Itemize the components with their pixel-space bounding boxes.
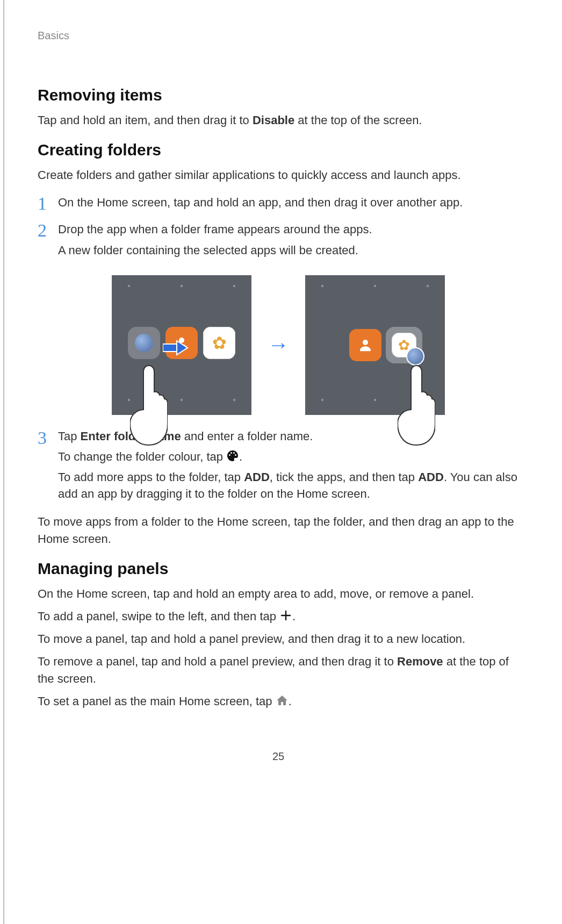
managing-p3: To move a panel, tap and hold a panel pr… xyxy=(38,631,519,648)
text: at the top of the screen. xyxy=(294,113,422,127)
contacts-icon xyxy=(349,329,381,361)
text: . xyxy=(292,610,296,623)
step-2-line1: Drop the app when a folder frame appears… xyxy=(58,223,372,236)
figure-before: ✿ xyxy=(112,275,251,415)
heading-creating-folders: Creating folders xyxy=(38,141,519,159)
figure-row: ✿ → ✿ xyxy=(38,275,519,415)
text: . xyxy=(239,450,242,463)
svg-marker-2 xyxy=(177,341,188,355)
running-header: Basics xyxy=(38,0,519,74)
text: Tap and hold an item, and then drag it t… xyxy=(38,113,253,127)
page-number: 25 xyxy=(38,750,519,763)
step-number: 1 xyxy=(38,194,49,213)
heading-managing-panels: Managing panels xyxy=(38,560,519,578)
folder-frame: ✿ xyxy=(386,327,422,363)
step-number: 2 xyxy=(38,220,49,240)
text: To remove a panel, tap and hold a panel … xyxy=(38,655,397,668)
text: To add more apps to the folder, tap xyxy=(58,470,244,484)
step-list-cont: 3 Tap Enter folder name and enter a fold… xyxy=(38,428,519,506)
text: Tap xyxy=(58,429,81,443)
svg-rect-1 xyxy=(163,344,177,352)
managing-p1: On the Home screen, tap and hold an empt… xyxy=(38,585,519,603)
move-apps-text: To move apps from a folder to the Home s… xyxy=(38,513,519,548)
app-icon-dragging xyxy=(128,327,160,359)
disable-bold: Disable xyxy=(253,113,294,127)
add-bold: ADD xyxy=(418,470,444,484)
plus-icon xyxy=(279,609,292,622)
home-icon xyxy=(276,694,289,707)
star-icon: ✿ xyxy=(203,327,235,359)
app-icon-dragging xyxy=(406,347,424,366)
add-bold: ADD xyxy=(244,470,270,484)
text: and enter a folder name. xyxy=(181,429,313,443)
step-1-text: On the Home screen, tap and hold an app,… xyxy=(58,196,463,209)
enter-folder-name-bold: Enter folder name xyxy=(81,429,181,443)
managing-p2: To add a panel, swipe to the left, and t… xyxy=(38,608,519,625)
step-list: 1 On the Home screen, tap and hold an ap… xyxy=(38,194,519,262)
text: , tick the apps, and then tap xyxy=(270,470,418,484)
step-1: 1 On the Home screen, tap and hold an ap… xyxy=(38,194,519,213)
arrow-right-icon: → xyxy=(268,333,289,357)
remove-bold: Remove xyxy=(397,655,443,668)
text: To change the folder colour, tap xyxy=(58,450,226,463)
drag-arrow-icon xyxy=(163,340,189,356)
figure-after: ✿ xyxy=(305,275,445,415)
step-2: 2 Drop the app when a folder frame appea… xyxy=(38,220,519,262)
managing-p5: To set a panel as the main Home screen, … xyxy=(38,693,519,710)
removing-items-text: Tap and hold an item, and then drag it t… xyxy=(38,112,519,129)
step-3: 3 Tap Enter folder name and enter a fold… xyxy=(38,428,519,506)
step-number: 3 xyxy=(38,428,49,447)
text: To set a panel as the main Home screen, … xyxy=(38,694,276,708)
text: . xyxy=(289,694,292,708)
heading-removing-items: Removing items xyxy=(38,86,519,104)
svg-point-3 xyxy=(363,340,368,345)
text: To add a panel, swipe to the left, and t… xyxy=(38,610,279,623)
palette-icon xyxy=(226,449,239,462)
creating-folders-intro: Create folders and gather similar applic… xyxy=(38,167,519,184)
managing-p4: To remove a panel, tap and hold a panel … xyxy=(38,653,519,687)
step-2-line2: A new folder containing the selected app… xyxy=(58,242,519,259)
